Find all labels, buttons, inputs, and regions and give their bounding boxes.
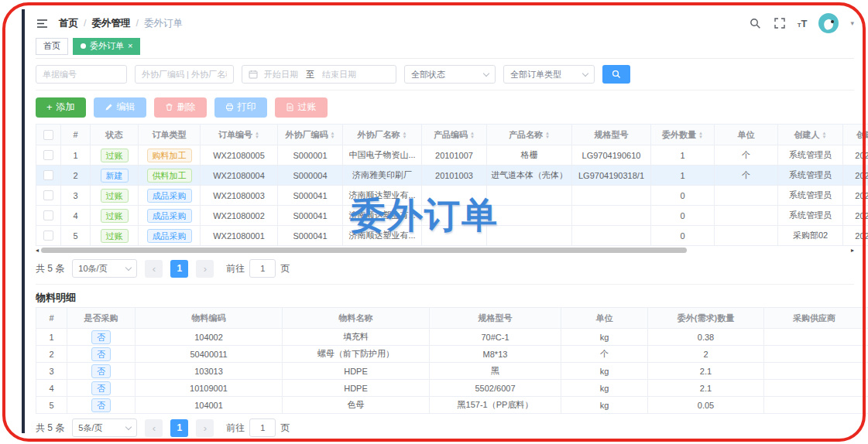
table-cell: S000041 (278, 206, 343, 226)
fullscreen-icon[interactable] (774, 17, 786, 29)
next-page-button[interactable]: › (196, 419, 214, 437)
order-type-select[interactable]: 全部订单类型 (503, 65, 595, 84)
close-icon[interactable]: × (128, 42, 132, 50)
table-cell: 1 (651, 166, 715, 186)
table-row[interactable]: 4否10109001HDPE5502/6007kg2.1 (36, 380, 868, 397)
order-type-cell: 成品采购 (139, 186, 201, 206)
table-cell: 个 (715, 145, 778, 166)
breadcrumb-separator: / (84, 18, 86, 29)
column-header[interactable]: 外协厂名称▲▼ (343, 125, 422, 145)
search-button[interactable] (602, 65, 630, 84)
table-cell (764, 329, 865, 346)
table-cell: 进气道本体（壳体） (487, 166, 572, 186)
table-cell: kg (561, 380, 648, 397)
select-all-checkbox[interactable] (43, 130, 53, 140)
purchase-flag-tag[interactable]: 否 (91, 398, 111, 412)
purchase-flag-tag[interactable]: 否 (91, 381, 111, 395)
sort-icon[interactable]: ▲▼ (331, 131, 335, 139)
table-row[interactable]: 2新建供料加工WX21080004S000004济南雅美印刷厂20101003进… (36, 166, 868, 186)
search-icon[interactable] (750, 17, 762, 29)
scroll-left-icon[interactable]: ◂ (36, 248, 39, 254)
table-cell: 2021-08-17 (843, 226, 868, 246)
hamburger-icon[interactable] (36, 17, 48, 29)
purchase-flag-tag[interactable]: 否 (91, 330, 111, 344)
edit-button[interactable]: 编辑 (94, 97, 146, 118)
sort-icon[interactable]: ▲▼ (822, 131, 827, 139)
table-row[interactable]: 4过账成品采购WX21080002S000041济南顺达塑业有...0系统管理员… (36, 206, 868, 226)
table-cell: 格栅 (487, 145, 572, 166)
post-button[interactable]: 过账 (275, 97, 328, 118)
print-button[interactable]: 打印 (214, 97, 267, 118)
sort-icon[interactable]: ▲▼ (698, 131, 703, 139)
font-size-icon[interactable]: TT (798, 18, 808, 29)
purchase-flag-tag[interactable]: 否 (91, 364, 111, 378)
sort-icon[interactable]: ▲▼ (545, 131, 550, 139)
status-select[interactable]: 全部状态 (404, 65, 496, 84)
table-cell: 2021-08-23 (843, 166, 868, 186)
table-row[interactable]: 5否104001色母黑157-1（PP底料）kg0.05 (36, 397, 868, 414)
chevron-down-icon (483, 70, 489, 76)
column-header[interactable]: 创建人▲▼ (778, 125, 843, 145)
checkbox-cell (36, 206, 61, 226)
start-date-placeholder: 开始日期 (264, 69, 298, 80)
tab-label: 委外订单 (90, 40, 124, 52)
column-header[interactable]: 创建时间▲▼ (843, 125, 868, 145)
order-type-tag: 成品采购 (147, 229, 192, 243)
add-button[interactable]: + 添加 (36, 97, 86, 118)
column-header[interactable]: 产品编码▲▼ (422, 125, 487, 145)
breadcrumb-home[interactable]: 首页 (59, 17, 78, 30)
table-cell (865, 346, 868, 363)
sort-icon[interactable]: ▲▼ (470, 131, 475, 139)
purchase-flag-cell: 否 (67, 346, 136, 363)
current-page-button[interactable]: 1 (170, 419, 188, 437)
column-header[interactable]: 产品名称▲▼ (487, 125, 572, 145)
next-page-button[interactable]: › (196, 260, 214, 278)
breadcrumb-section[interactable]: 委外管理 (91, 17, 130, 30)
table-row[interactable]: 2否50400011螺母（前下防护用）M8*13个2 (36, 346, 868, 363)
table-cell: 济南雅美印刷厂 (343, 166, 422, 186)
page-size-select[interactable]: 10条/页 (72, 259, 137, 278)
tab-home[interactable]: 首页 (36, 38, 68, 55)
table-cell: kg (561, 363, 648, 380)
row-checkbox[interactable] (43, 150, 53, 160)
delete-button[interactable]: 删除 (154, 97, 207, 118)
checkbox-cell (36, 226, 61, 246)
goto-page-input[interactable] (249, 418, 276, 437)
goto-page-input[interactable] (249, 259, 276, 278)
prev-page-button[interactable]: ‹ (145, 419, 163, 437)
sort-icon[interactable]: ▲▼ (255, 131, 259, 139)
caret-down-icon[interactable]: ▾ (850, 19, 854, 27)
table-row[interactable]: 1过账购料加工WX21080005S000001中国电子物资山...201010… (36, 145, 868, 166)
avatar[interactable] (818, 13, 839, 33)
table-cell (422, 186, 487, 206)
breadcrumb: 首页 / 委外管理 / 委外订单 (59, 17, 183, 30)
scroll-right-icon[interactable]: ▸ (851, 248, 854, 254)
page-size-value: 10条/页 (78, 263, 107, 275)
page-size-select[interactable]: 5条/页 (72, 418, 137, 437)
column-header[interactable]: 订单编号▲▼ (201, 125, 278, 145)
scrollbar-thumb[interactable] (41, 248, 687, 253)
table-row[interactable]: 3过账成品采购WX21080003S000041济南顺达塑业有...0系统管理员… (36, 186, 868, 206)
row-checkbox[interactable] (43, 190, 53, 200)
row-checkbox[interactable] (43, 170, 53, 180)
column-header[interactable]: 外协厂编码▲▼ (278, 125, 343, 145)
prev-page-button[interactable]: ‹ (145, 260, 163, 278)
doc-no-input[interactable] (36, 65, 127, 84)
vendor-input[interactable] (135, 65, 234, 84)
row-checkbox[interactable] (43, 231, 53, 241)
table-row[interactable]: 1否104002填充料70#C-1kg0.38 (36, 329, 868, 346)
table-cell: 色母 (283, 397, 430, 414)
tab-outsourcing-orders[interactable]: 委外订单 × (73, 38, 140, 55)
table-cell (572, 206, 651, 226)
table-row[interactable]: 5过账成品采购WX21080001S000041济南顺达塑业有...0采购部02… (36, 226, 868, 246)
purchase-flag-cell: 否 (67, 329, 136, 346)
table-row[interactable]: 3否103013HDPE黑kg2.1 (36, 363, 868, 380)
current-page-button[interactable]: 1 (170, 260, 188, 278)
date-range-picker[interactable]: 开始日期 至 结束日期 (242, 65, 396, 84)
order-type-select-value: 全部订单类型 (510, 69, 561, 80)
column-header[interactable]: 委外数量▲▼ (651, 125, 715, 145)
table-cell: WX21080005 (201, 145, 278, 166)
row-checkbox[interactable] (43, 210, 53, 220)
purchase-flag-tag[interactable]: 否 (91, 347, 111, 361)
sort-icon[interactable]: ▲▼ (403, 131, 407, 139)
